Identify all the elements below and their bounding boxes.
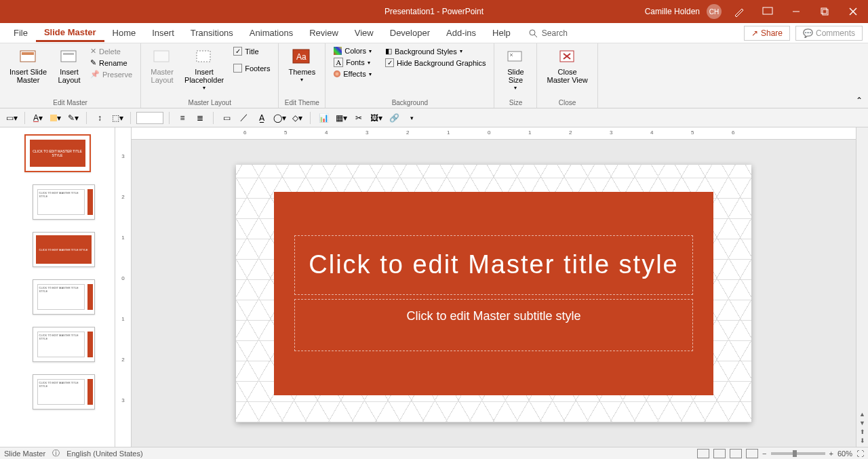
shape-outline-button[interactable]: ✎▾ — [66, 111, 81, 125]
tab-animations[interactable]: Animations — [241, 25, 301, 41]
zoom-out-button[interactable]: − — [762, 450, 766, 458]
slideshow-view-button[interactable] — [746, 449, 758, 458]
svg-rect-13 — [197, 51, 210, 62]
table-icon[interactable]: ▦▾ — [334, 111, 349, 125]
fonts-label: Fonts — [346, 58, 365, 66]
svg-point-6 — [530, 30, 535, 35]
tab-home[interactable]: Home — [104, 25, 144, 41]
line-icon[interactable]: ／ — [237, 111, 252, 125]
reading-view-button[interactable] — [730, 449, 742, 458]
rectangle-icon[interactable]: ▭ — [219, 111, 234, 125]
tab-view[interactable]: View — [347, 25, 382, 41]
svg-rect-11 — [63, 53, 74, 55]
prev-slide-icon[interactable]: ⬆ — [860, 428, 865, 435]
chart-icon[interactable]: 📊 — [316, 111, 331, 125]
more-icon[interactable]: ▾ — [404, 111, 419, 125]
thumb-layout4-text: CLICK TO EDIT MASTER TITLE STYLE — [38, 332, 84, 342]
shape-fill-button[interactable]: ▾ — [48, 111, 63, 125]
scroll-down-icon[interactable]: ▼ — [859, 420, 865, 426]
thumb-master[interactable]: CLICK TO EDIT MASTER TITLE STYLE — [24, 134, 91, 172]
user-name[interactable]: Camille Holden — [645, 7, 700, 16]
align-left-icon[interactable]: ≡ — [175, 111, 190, 125]
pen-icon[interactable] — [728, 0, 750, 23]
group-background-label: Background — [331, 98, 488, 106]
tab-review[interactable]: Review — [301, 25, 347, 41]
thumb-layout-1[interactable]: CLICK TO EDIT MASTER TITLE STYLE — [33, 184, 95, 220]
font-color-button[interactable]: A▾ — [31, 111, 45, 125]
search-icon — [528, 28, 538, 38]
thumb-layout-5[interactable]: CLICK TO EDIT MASTER TITLE STYLE — [33, 374, 95, 410]
align-center-icon[interactable]: ≣ — [193, 111, 208, 125]
next-slide-icon[interactable]: ⬇ — [860, 437, 865, 444]
tab-file[interactable]: File — [5, 25, 36, 41]
insert-placeholder-button[interactable]: Insert Placeholder▾ — [180, 46, 228, 93]
tab-addins[interactable]: Add-ins — [438, 25, 484, 41]
thumb-layout-3[interactable]: CLICK TO EDIT MASTER TITLE STYLE — [33, 279, 95, 315]
hruler-tick: 4 — [650, 129, 653, 136]
maximize-icon[interactable] — [814, 0, 835, 23]
bg-styles-button[interactable]: ◧Background Styles▾ — [382, 46, 488, 56]
rename-button[interactable]: ✎Rename — [87, 58, 135, 68]
close-icon[interactable] — [842, 0, 864, 23]
thumb-layout-2[interactable]: CLICK TO EDIT MASTER TITLE STYLE — [33, 232, 95, 267]
vertical-scrollbar[interactable]: ▲ ▼ ⬆ ⬇ — [856, 127, 868, 447]
tab-help[interactable]: Help — [484, 25, 519, 41]
insert-layout-button[interactable]: Insert Layout — [54, 46, 85, 85]
slide-master-preview[interactable]: Click to edit Master title style Click t… — [236, 165, 751, 422]
collapse-ribbon-icon[interactable]: ⌃ — [856, 96, 863, 105]
shapes-icon[interactable]: ◯▾ — [272, 111, 287, 125]
sorter-view-button[interactable] — [713, 449, 726, 458]
zoom-slider[interactable] — [771, 452, 825, 455]
title-check-label: Title — [245, 47, 258, 56]
slide-size-button[interactable]: Slide Size▾ — [500, 46, 531, 93]
scroll-up-icon[interactable]: ▲ — [859, 411, 865, 418]
close-master-view-button[interactable]: Close Master View — [542, 46, 591, 85]
size-combo[interactable] — [136, 112, 163, 124]
thumb-layout-4[interactable]: CLICK TO EDIT MASTER TITLE STYLE — [33, 327, 95, 362]
hide-bg-checkbox[interactable]: Hide Background Graphics — [382, 58, 488, 68]
effects-button[interactable]: Effects▾ — [331, 69, 374, 79]
shapes2-icon[interactable]: ◇▾ — [290, 111, 304, 125]
slide-canvas[interactable]: Click to edit Master title style Click t… — [132, 140, 856, 447]
share-button[interactable]: ↗Share — [744, 26, 790, 41]
spell-check-icon[interactable]: ⓘ — [52, 448, 60, 458]
tab-developer[interactable]: Developer — [382, 25, 438, 41]
zoom-percent[interactable]: 60% — [837, 450, 852, 458]
zoom-in-button[interactable]: + — [829, 450, 833, 458]
svg-text:Aa: Aa — [296, 52, 307, 62]
master-subtitle-placeholder[interactable]: Click to edit Master subtitle style — [294, 299, 693, 351]
tell-me-search[interactable]: Search — [528, 28, 568, 38]
colors-button[interactable]: Colors▾ — [331, 46, 374, 56]
avatar[interactable]: CH — [707, 4, 722, 19]
align-menu[interactable]: ▭▾ — [4, 111, 19, 125]
checkbox-icon — [385, 58, 394, 67]
fit-to-window-button[interactable]: ⛶ — [856, 450, 864, 458]
footers-checkbox[interactable]: Footers — [231, 63, 273, 73]
tab-slide-master[interactable]: Slide Master — [36, 24, 104, 42]
thumbnail-panel[interactable]: CLICK TO EDIT MASTER TITLE STYLE CLICK T… — [0, 127, 115, 447]
title-checkbox[interactable]: Title — [231, 46, 273, 56]
picture-icon[interactable]: 🖼▾ — [369, 111, 384, 125]
textbox-icon[interactable]: A̲ — [254, 111, 269, 125]
sort-button[interactable]: ↕ — [92, 111, 107, 125]
fonts-button[interactable]: AFonts▾ — [331, 57, 374, 68]
tab-insert[interactable]: Insert — [144, 25, 182, 41]
placeholder-icon — [193, 47, 215, 66]
link-icon[interactable]: 🔗 — [387, 111, 401, 125]
share-icon: ↗ — [751, 28, 758, 38]
insert-slide-master-button[interactable]: Insert Slide Master — [5, 46, 51, 85]
master-title-placeholder[interactable]: Click to edit Master title style — [294, 235, 693, 295]
normal-view-button[interactable] — [697, 449, 709, 458]
hruler-tick: 1 — [528, 129, 531, 136]
comments-button[interactable]: 💬Comments — [795, 26, 863, 41]
tools-icon[interactable]: ✂ — [351, 111, 366, 125]
fonts-icon: A — [334, 58, 343, 67]
preserve-label: Preserve — [102, 71, 132, 79]
tab-transitions[interactable]: Transitions — [182, 25, 241, 41]
minimize-icon[interactable] — [785, 0, 807, 23]
status-language[interactable]: English (United States) — [66, 450, 143, 458]
svg-line-7 — [534, 35, 537, 37]
display-options-icon[interactable] — [757, 0, 778, 23]
themes-button[interactable]: Aa Themes▾ — [284, 46, 319, 85]
arrange-button[interactable]: ⬚▾ — [110, 111, 125, 125]
